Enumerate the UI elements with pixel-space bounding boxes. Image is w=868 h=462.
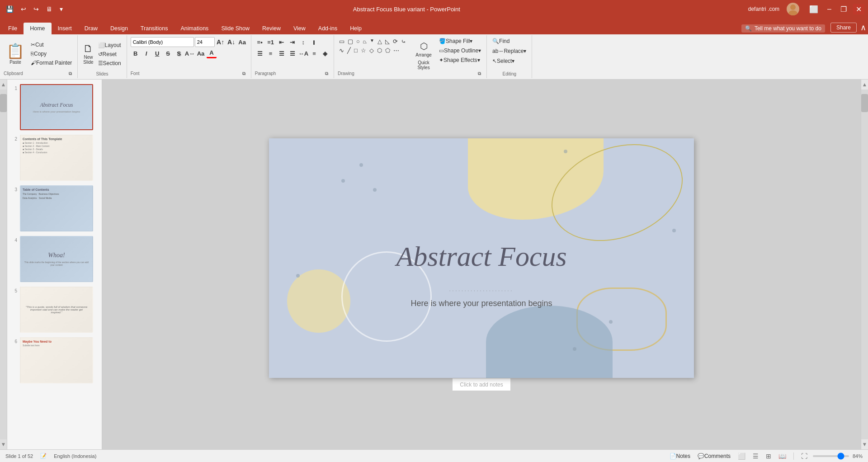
save-button[interactable]: 💾 xyxy=(4,5,16,14)
slide-thumb-6[interactable]: 6 Maybe You Need to Subtitle text here xyxy=(9,336,100,384)
tab-home[interactable]: Home xyxy=(24,23,51,34)
presentation-view-button[interactable]: 🖥 xyxy=(44,5,55,14)
font-launcher[interactable]: ⧉ xyxy=(241,70,247,77)
connector-icon[interactable]: ⤿ xyxy=(400,37,407,46)
cut-button[interactable]: ✂ Cut xyxy=(29,41,74,49)
copy-button[interactable]: ⎘ Copy xyxy=(29,50,74,58)
italic-button[interactable]: I xyxy=(142,48,151,58)
tab-transitions[interactable]: Transitions xyxy=(134,23,175,34)
arrow-icon[interactable]: ⟳ xyxy=(392,37,399,46)
add-column-button[interactable]: ⫿ xyxy=(309,37,319,47)
new-slide-button[interactable]: 🗋 NewSlide xyxy=(81,42,95,66)
tab-draw[interactable]: Draw xyxy=(78,23,104,34)
format-painter-button[interactable]: 🖌 Format Painter xyxy=(29,59,74,67)
find-button[interactable]: 🔍 Find xyxy=(491,37,528,45)
redo-button[interactable]: ↪ xyxy=(31,5,41,14)
slide-thumb-2[interactable]: 2 Contents of This Template ■ Section 1 … xyxy=(9,134,100,182)
right-scroll-thumb[interactable] xyxy=(861,94,868,112)
font-size-input[interactable] xyxy=(195,37,215,47)
decrease-indent-button[interactable]: ⇤ xyxy=(277,37,287,47)
paste-button[interactable]: 📋 Paste xyxy=(4,38,27,69)
arrange-button[interactable]: ⬡ Arrange xyxy=(412,37,435,61)
slide-thumb-5[interactable]: 5 "This is a quote, words full of wisdom… xyxy=(9,286,100,334)
star-icon[interactable]: ☆ xyxy=(359,46,368,55)
section-button[interactable]: ☰ Section xyxy=(96,59,123,67)
quick-styles-button[interactable]: Quick Styles xyxy=(412,61,435,69)
clipboard-launcher[interactable]: ⧉ xyxy=(67,70,74,77)
trapezoid-icon[interactable]: ⏢ xyxy=(362,37,368,46)
undo-button[interactable]: ↩ xyxy=(19,5,28,14)
hexagon-icon[interactable]: ⬡ xyxy=(376,46,383,55)
rounded-rect-icon[interactable]: ▢ xyxy=(346,37,354,46)
reset-button[interactable]: ↺ Reset xyxy=(96,50,123,58)
slide-title[interactable]: Abstract Focus xyxy=(396,240,566,273)
curve-icon[interactable]: ∿ xyxy=(338,46,345,55)
font-name-input[interactable] xyxy=(131,37,194,47)
drawing-launcher[interactable]: ⧉ xyxy=(476,70,483,77)
ribbon-search[interactable]: 🔍 Tell me what you want to do xyxy=(741,24,825,33)
line-icon[interactable]: ╱ xyxy=(346,46,352,55)
slide-sorter-button[interactable]: ⊞ xyxy=(764,452,773,461)
rect-icon[interactable]: ▭ xyxy=(338,37,346,46)
shape-outline-button[interactable]: ▭ Shape Outline ▾ xyxy=(437,47,483,55)
align-text-button[interactable]: ≡ xyxy=(309,48,319,58)
callout-icon[interactable]: □ xyxy=(353,46,359,55)
layout-button[interactable]: ⬜ Layout xyxy=(96,41,123,49)
increase-indent-button[interactable]: ⇥ xyxy=(288,37,297,47)
scroll-down-button[interactable]: ▼ xyxy=(0,439,7,449)
share-button[interactable]: Share xyxy=(830,23,857,33)
tab-view[interactable]: View xyxy=(287,23,312,34)
slide-thumb-3[interactable]: 3 Table of Contents The Company Business… xyxy=(9,184,100,232)
strikethrough-button[interactable]: S xyxy=(163,48,173,58)
slide-thumb-4[interactable]: 4 Whoa! This slide marks the beginning o… xyxy=(9,235,100,283)
shadow-button[interactable]: S xyxy=(174,48,184,58)
minimize-button[interactable]: – xyxy=(825,4,834,14)
tab-animations[interactable]: Animations xyxy=(175,23,215,34)
case-button[interactable]: Aa xyxy=(196,48,206,58)
ribbon-collapse-button[interactable]: ∧ xyxy=(860,23,866,33)
tab-file[interactable]: File xyxy=(2,23,24,34)
tab-slideshow[interactable]: Slide Show xyxy=(215,23,256,34)
scroll-up-button[interactable]: ▲ xyxy=(0,80,7,90)
maximize-button[interactable]: ❐ xyxy=(838,4,849,14)
font-color-button[interactable]: A xyxy=(207,48,217,58)
restore-down-button[interactable]: ⬜ xyxy=(807,4,821,14)
scroll-right-up-button[interactable]: ▲ xyxy=(861,80,868,90)
tab-design[interactable]: Design xyxy=(104,23,134,34)
pentagon-icon[interactable]: ⬠ xyxy=(384,46,392,55)
qat-dropdown[interactable]: ▾ xyxy=(57,5,65,14)
align-center-button[interactable]: ≡ xyxy=(266,48,276,58)
numbered-list-button[interactable]: ≡1 xyxy=(266,37,276,47)
close-button[interactable]: ✕ xyxy=(853,4,864,14)
increase-font-button[interactable]: A↑ xyxy=(216,37,226,47)
clear-format-button[interactable]: Aa xyxy=(237,37,247,47)
spacing-button[interactable]: A↔ xyxy=(185,48,195,58)
slide-thumb-1[interactable]: 1 Abstract Focus Here is where your pres… xyxy=(9,83,100,131)
diamond-icon[interactable]: ◇ xyxy=(368,46,375,55)
paragraph-launcher[interactable]: ⧉ xyxy=(323,70,330,77)
tab-help[interactable]: Help xyxy=(344,23,368,34)
justify-button[interactable]: ☰ xyxy=(288,48,297,58)
slide-subtitle[interactable]: Here is where your presentation begins xyxy=(410,299,552,308)
tab-addins[interactable]: Add-ins xyxy=(312,23,344,34)
shapes-more-icon[interactable]: ▼ xyxy=(368,37,376,46)
smartart-button[interactable]: ◈ xyxy=(320,48,330,58)
underline-button[interactable]: U xyxy=(152,48,162,58)
outline-view-button[interactable]: ☰ xyxy=(751,452,760,461)
shape-effects-button[interactable]: ✦ Shape Effects ▾ xyxy=(437,56,483,64)
replace-button[interactable]: ab↔ Replace ▾ xyxy=(491,47,528,55)
tab-review[interactable]: Review xyxy=(256,23,287,34)
slide-canvas[interactable]: Abstract Focus ..................... Her… xyxy=(269,138,694,378)
select-button[interactable]: ↖ Select ▾ xyxy=(491,57,528,65)
line-spacing-button[interactable]: ↕ xyxy=(298,37,308,47)
notes-toggle-button[interactable]: 📄 Notes xyxy=(668,452,692,460)
bold-button[interactable]: B xyxy=(131,48,141,58)
reading-view-button[interactable]: 📖 xyxy=(777,452,788,461)
scroll-right-down-button[interactable]: ▼ xyxy=(861,439,868,449)
align-left-button[interactable]: ☰ xyxy=(255,48,265,58)
bullets-button[interactable]: ≡• xyxy=(255,37,265,47)
zoom-slider[interactable] xyxy=(813,455,849,457)
comments-toggle-button[interactable]: 💬 Comments xyxy=(696,452,732,460)
text-direction-button[interactable]: ↔A xyxy=(298,48,308,58)
shapes-grid-icon[interactable]: ⋯ xyxy=(392,46,401,55)
